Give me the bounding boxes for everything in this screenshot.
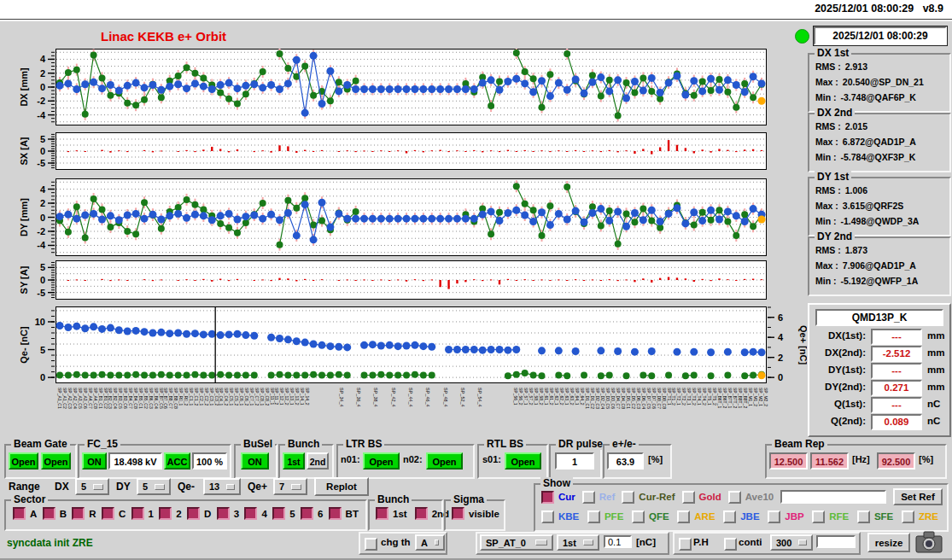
eplus-eminus-field[interactable]: 63.9 — [607, 452, 644, 470]
fc15-acc-button[interactable]: ACC — [164, 452, 190, 470]
show-mode-checkbox-Cur-Ref[interactable] — [622, 491, 634, 504]
svg-text:4: 4 — [778, 332, 784, 342]
svg-text:SP_58_2: SP_58_2 — [539, 388, 544, 405]
svg-text:SP_52_4: SP_52_4 — [460, 388, 465, 407]
show-sector-item: ARE — [677, 510, 715, 523]
sector-checkbox-4[interactable] — [244, 507, 257, 520]
show-mode-checkbox-Ref[interactable] — [582, 491, 595, 504]
show-sector-label: PFE — [604, 511, 623, 522]
sector-checkbox-2[interactable] — [159, 507, 172, 520]
conti-checkbox[interactable] — [724, 538, 737, 551]
svg-text:-4: -4 — [37, 240, 46, 250]
bpm-x-axis-labels: SP_A1_C1SP_A1_C2SP_A2_C3SP_A2_C4SP_A3_C5… — [17, 385, 807, 434]
monitor-name[interactable]: QMD13P_K — [815, 309, 943, 326]
svg-text:SP_C6_2: SP_C6_2 — [244, 388, 249, 406]
ltr-n02-open-button[interactable]: Open — [426, 452, 463, 470]
show-mode-checkbox-Gold[interactable] — [682, 491, 695, 504]
svg-text:SP_M2_2: SP_M2_2 — [763, 388, 768, 406]
fc15-on-button[interactable]: ON — [82, 452, 107, 470]
svg-text:2: 2 — [40, 68, 45, 79]
plot-qe: 0510Qe- [nC]0246Qe+ [nC] — [17, 306, 807, 383]
range-dy-select[interactable]: 5 — [137, 478, 171, 495]
sector-checkbox-C[interactable] — [102, 507, 114, 520]
sector-checkbox-5[interactable] — [272, 507, 285, 520]
svg-text:SP_46_4: SP_46_4 — [425, 388, 430, 407]
show-sector-checkbox-SFE[interactable] — [857, 510, 870, 523]
bunch-2nd-button[interactable]: 2nd — [307, 452, 329, 470]
monitor-value: -2.512 — [871, 346, 922, 362]
svg-text:SP_A1_C2: SP_A1_C2 — [62, 388, 67, 409]
show-sector-checkbox-JBE[interactable] — [723, 510, 736, 523]
svg-text:SP_64_1: SP_64_1 — [575, 388, 580, 405]
sector-checkbox-R[interactable] — [72, 507, 85, 520]
count-select[interactable]: 300 — [770, 534, 813, 551]
bunch-select-checkbox-2nd[interactable] — [415, 507, 428, 520]
ltr-n01-open-button[interactable]: Open — [363, 452, 400, 470]
sector-checkbox-A[interactable] — [13, 507, 26, 520]
show-sector-checkbox-RFE[interactable] — [812, 510, 825, 523]
svg-text:SP_C4_2: SP_C4_2 — [224, 388, 229, 406]
svg-text:SP_C7_2: SP_C7_2 — [254, 388, 260, 406]
svg-text:SP_T3_1: SP_T3_1 — [686, 388, 692, 405]
extra-input[interactable] — [816, 535, 856, 548]
svg-text:Qe- [nC]: Qe- [nC] — [19, 326, 29, 364]
svg-text:4: 4 — [40, 184, 46, 195]
sector-checkbox-BT[interactable] — [329, 507, 342, 520]
show-sector-checkbox-PFE[interactable] — [587, 510, 600, 523]
set-ref-button[interactable]: Set Ref — [893, 488, 943, 505]
monitor-value: 0.271 — [871, 380, 922, 396]
show-mode-checkbox-Cur[interactable] — [541, 491, 554, 504]
fc15-kv-field[interactable]: 18.498 kV — [108, 452, 162, 470]
ph-checkbox[interactable] — [679, 538, 692, 551]
svg-text:SP_B8T_2: SP_B8T_2 — [743, 388, 748, 408]
show-sector-checkbox-JBP[interactable] — [768, 510, 780, 523]
show-sector-checkbox-ZRE[interactable] — [902, 510, 914, 523]
sector-checkbox-D[interactable] — [187, 507, 200, 520]
bunch-select-checkbox-1st[interactable] — [376, 507, 388, 520]
svg-text:SP_C1_1: SP_C1_1 — [189, 388, 194, 406]
chg-th-checkbox[interactable] — [365, 538, 377, 551]
rtl-s01-open-button[interactable]: Open — [505, 452, 541, 470]
svg-text:SP_D1_C2: SP_D1_C2 — [590, 388, 595, 409]
range-qem-select[interactable]: 13 — [203, 478, 241, 495]
sigma-checkbox-visible[interactable] — [452, 507, 464, 520]
show-sector-checkbox-QFE[interactable] — [632, 510, 645, 523]
chg-th-select[interactable]: A — [415, 534, 445, 551]
range-qep-select[interactable]: 7 — [273, 478, 307, 495]
dr-pulse-group: DR pulse 1 — [549, 444, 602, 479]
sector-checkbox-6[interactable] — [301, 507, 313, 520]
bunch-footer-select[interactable]: 1st — [557, 534, 599, 551]
svg-text:SP_M2_1: SP_M2_1 — [758, 388, 763, 406]
range-qem-label: Qe- — [178, 481, 195, 493]
bpm-monitor-panel: QMD13P_K DX(1st):---mm DX(2nd):-2.512mm … — [808, 303, 951, 437]
threshold-input[interactable] — [604, 535, 632, 548]
fc15-percent-field[interactable]: 100 % — [192, 452, 227, 470]
show-sector-checkbox-ARE[interactable] — [677, 510, 690, 523]
sector-label: 6 — [318, 509, 323, 519]
timestamp-display: 2025/12/01 08:00:29 — [814, 26, 947, 45]
camera-icon[interactable] — [915, 530, 943, 553]
sector-label: B — [60, 509, 67, 519]
svg-text:SP_B4_C8: SP_B4_C8 — [133, 388, 138, 409]
plot-dx: -4-2024DX [mm] — [17, 49, 807, 125]
dr-pulse-field[interactable]: 1 — [555, 452, 594, 470]
bunch-1st-button[interactable]: 1st — [283, 452, 305, 470]
fc15-group: FC_15 ON 18.498 kV ACC 100 % — [78, 444, 231, 479]
sector-checkbox-3[interactable] — [217, 507, 230, 520]
show-sector-checkbox-KBE[interactable] — [541, 510, 554, 523]
resize-button[interactable]: resize — [867, 533, 910, 552]
sector-label: 5 — [289, 509, 295, 519]
range-dx-select[interactable]: 5 — [75, 478, 109, 495]
sp-at-select[interactable]: SP_AT_0 — [480, 534, 553, 551]
sector-checkbox-1[interactable] — [131, 507, 144, 520]
ref-filename-input[interactable] — [780, 490, 886, 504]
sector-item: 3 — [217, 507, 239, 520]
beam-gate-open-button-1[interactable]: Open — [9, 452, 38, 470]
option-menu-icon — [155, 484, 165, 490]
beam-gate-open-button-2[interactable]: Open — [41, 452, 71, 470]
replot-button[interactable]: Replot — [314, 477, 369, 496]
sector-checkbox-B[interactable] — [43, 507, 55, 520]
busel-on-button[interactable]: ON — [241, 452, 269, 470]
show-sector-item: QFE — [632, 510, 669, 523]
show-mode-checkbox-Ave10[interactable] — [728, 491, 741, 504]
